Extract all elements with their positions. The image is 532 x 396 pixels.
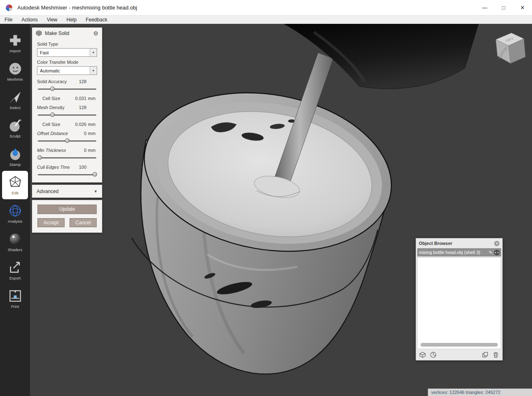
param-label: Cull Edges Threshold — [37, 165, 70, 170]
sidebar-item-label: Print — [11, 304, 19, 309]
sidebar-item-label: Sculpt — [9, 134, 20, 138]
window-title: Autodesk Meshmixer - meshmixing bottle h… — [17, 5, 137, 11]
slider-track[interactable] — [38, 174, 96, 175]
solid-cube-icon — [36, 30, 42, 36]
color-transfer-label: Color Transfer Mode — [37, 60, 97, 65]
param-unit: mm — [86, 131, 97, 136]
bucket-model[interactable] — [132, 74, 404, 374]
param-row-solid-accuracy: Solid Accuracy 128 — [37, 79, 97, 84]
param-unit: mm — [86, 122, 97, 127]
slider-track[interactable] — [38, 157, 96, 158]
sidebar-item-label: Export — [9, 276, 21, 280]
accept-button[interactable]: Accept — [37, 218, 65, 227]
param-value: 128 — [70, 105, 86, 110]
add-primitive-sphere-icon[interactable] — [430, 352, 437, 358]
param-unit: mm — [86, 96, 97, 101]
offset-distance-slider[interactable] — [37, 138, 97, 144]
slider-track[interactable] — [38, 89, 96, 90]
sidebar-item-label: Shaders — [8, 247, 22, 252]
delete-trash-icon[interactable] — [493, 352, 499, 358]
solid-type-label: Solid Type — [37, 42, 97, 47]
param-row-cull-edges: Cull Edges Threshold 100 — [37, 165, 97, 170]
param-value: 0 — [70, 148, 86, 153]
chevron-down-icon[interactable]: ▼ — [90, 49, 97, 56]
sidebar-item-label: Select — [9, 105, 20, 110]
slider-handle[interactable] — [50, 112, 55, 117]
param-unit: mm — [86, 148, 97, 153]
sidebar-item-select[interactable]: Select — [0, 86, 30, 114]
sidebar-item-label: Analysis — [8, 219, 22, 224]
rename-icon[interactable]: ✎ — [489, 250, 493, 255]
param-row-cell-size-2: Cell Size 0.026 mm — [37, 122, 97, 127]
close-icon[interactable]: ✕ — [494, 241, 499, 246]
sidebar-item-stamp[interactable]: Stamp — [0, 142, 30, 171]
sidebar-item-meshmix[interactable]: Meshmix — [0, 57, 30, 86]
color-transfer-value: Automatic — [37, 68, 90, 73]
make-solid-panel: Make Solid ⚙ Solid Type Fast ▼ Color Tra… — [32, 27, 102, 233]
shaders-icon — [8, 232, 22, 246]
min-thickness-slider[interactable] — [37, 155, 97, 161]
object-browser-panel: Object Browser ✕ mixing bottle head.obj … — [416, 238, 503, 361]
param-label: Min Thickness — [37, 148, 70, 153]
title-bar: Autodesk Meshmixer - meshmixing bottle h… — [0, 0, 532, 16]
add-primitive-cube-icon[interactable] — [419, 352, 426, 358]
cull-edges-slider[interactable] — [37, 172, 97, 177]
object-list-item[interactable]: mixing bottle head.obj (shell 3) ✎ — [417, 248, 501, 256]
menu-file[interactable]: File — [0, 16, 17, 24]
sidebar-item-export[interactable]: Export — [0, 256, 30, 284]
slider-handle[interactable] — [37, 155, 42, 160]
update-button[interactable]: Update — [37, 205, 97, 214]
param-value: 0.026 — [70, 122, 86, 127]
object-browser-title: Object Browser — [419, 241, 494, 246]
object-list-area[interactable] — [417, 257, 501, 349]
sidebar-item-import[interactable]: Import — [0, 29, 30, 57]
advanced-section[interactable]: Advanced ▼ — [32, 184, 102, 198]
chevron-down-icon[interactable]: ▼ — [90, 67, 97, 75]
param-row-offset-distance: Offset Distance 0 mm — [37, 131, 97, 136]
tool-sidebar: Import Meshmix Select Sculpt Stamp — [0, 24, 30, 396]
slider-handle[interactable] — [93, 172, 97, 177]
minimize-button[interactable]: — — [475, 0, 494, 15]
slider-handle[interactable] — [50, 86, 55, 91]
sidebar-item-label: Import — [9, 49, 21, 53]
solid-type-select[interactable]: Fast ▼ — [37, 48, 97, 57]
import-plus-icon — [8, 33, 22, 47]
duplicate-icon[interactable] — [482, 352, 488, 358]
param-label: Offset Distance — [37, 131, 70, 136]
meshmixer-logo-icon — [5, 4, 13, 12]
solid-type-value: Fast — [37, 50, 90, 55]
sidebar-item-sculpt[interactable]: Sculpt — [0, 114, 30, 142]
object-browser-header: Object Browser ✕ — [416, 238, 502, 248]
color-transfer-select[interactable]: Automatic ▼ — [37, 66, 97, 75]
mesh-stats-status: vertices: 122646 triangles: 245272 — [428, 389, 532, 396]
cancel-button[interactable]: Cancel — [70, 218, 97, 227]
print-icon — [8, 289, 22, 303]
param-value: 128 — [70, 79, 86, 84]
mesh-density-slider[interactable] — [37, 112, 97, 118]
gear-icon[interactable]: ⚙ — [93, 30, 98, 37]
sidebar-item-print[interactable]: Print — [0, 284, 30, 313]
advanced-label: Advanced — [37, 189, 94, 194]
export-icon — [8, 261, 22, 275]
param-row-mesh-density: Mesh Density 128 — [37, 105, 97, 110]
horizontal-scrollbar[interactable] — [420, 343, 498, 347]
menu-help[interactable]: Help — [62, 16, 81, 24]
menu-actions[interactable]: Actions — [17, 16, 42, 24]
visibility-eye-icon[interactable] — [494, 249, 500, 256]
sidebar-item-label: Stamp — [9, 162, 21, 167]
param-label: Cell Size — [37, 122, 70, 127]
sidebar-item-analysis[interactable]: Analysis — [0, 199, 30, 228]
menu-feedback[interactable]: Feedback — [81, 16, 112, 24]
sidebar-item-shaders[interactable]: Shaders — [0, 228, 30, 256]
sidebar-item-edit[interactable]: Edit — [2, 171, 28, 199]
maximize-button[interactable]: □ — [494, 0, 513, 15]
menu-bar: File Actions View Help Feedback — [0, 16, 532, 24]
menu-view[interactable]: View — [42, 16, 62, 24]
select-arrow-icon — [8, 90, 22, 104]
param-row-min-thickness: Min Thickness 0 mm — [37, 148, 97, 153]
close-button[interactable]: ✕ — [513, 0, 532, 15]
nav-cube[interactable]: LEFT BOTTOM — [496, 33, 525, 63]
slider-handle[interactable] — [65, 138, 70, 143]
slider-track[interactable] — [38, 114, 96, 116]
solid-accuracy-slider[interactable] — [37, 86, 97, 92]
